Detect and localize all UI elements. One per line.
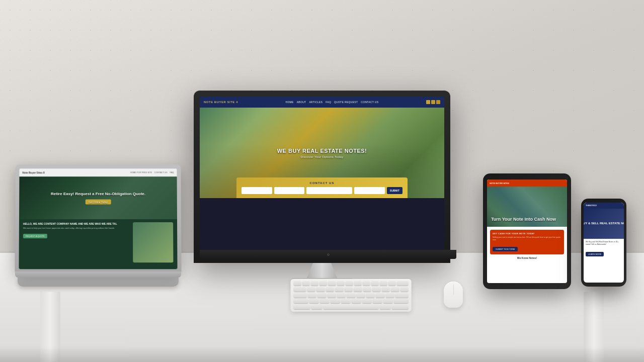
laptop-content-title: HELLO, WE ARE CONTENT COMPANY NAME AND W…	[23, 222, 129, 225]
key	[363, 287, 371, 292]
key	[385, 293, 394, 298]
key	[362, 299, 372, 303]
phone-brand: THENOTECO	[586, 205, 597, 207]
key	[388, 281, 396, 286]
monitor-social-li[interactable]	[436, 100, 440, 104]
key	[373, 299, 382, 303]
key	[366, 293, 375, 298]
key-enter	[395, 293, 409, 298]
key	[337, 281, 344, 286]
tablet-frame: NOTE BUYER SITES Turn Your Note Into Cas…	[483, 173, 571, 289]
phone-nav: THENOTECO	[584, 203, 624, 209]
monitor-input-lastname[interactable]	[274, 187, 305, 194]
monitor-hero: WE BUY REAL ESTATE NOTES! Discover Your …	[200, 108, 444, 198]
key	[319, 281, 327, 286]
key-backspace	[397, 281, 409, 286]
phone-container: THENOTECO WE BUY & SELL REAL ESTATE NOTE…	[581, 199, 626, 287]
tablet-screen: NOTE BUYER SITES Turn Your Note Into Cas…	[487, 179, 567, 283]
monitor-nav-quote[interactable]: QUOTE REQUEST	[334, 101, 358, 104]
laptop-base	[15, 272, 181, 278]
keyboard-row-1	[294, 281, 409, 286]
key	[294, 281, 301, 286]
key	[337, 293, 346, 298]
laptop-nav-links: HOME FOR FREE SITE CONTACT US FAQ	[130, 171, 174, 173]
key-shift-r	[394, 299, 409, 303]
key	[381, 287, 389, 292]
tablet-hero: Turn Your Note Into Cash Now	[487, 187, 567, 227]
key	[335, 287, 343, 292]
monitor-input-phone[interactable]	[354, 187, 385, 194]
phone-screen: THENOTECO WE BUY & SELL REAL ESTATE NOTE…	[584, 203, 624, 283]
laptop-content-btn[interactable]: REQUEST A QUOTE	[23, 234, 47, 238]
key	[344, 287, 352, 292]
monitor-form-fields: SUBMIT	[242, 187, 403, 194]
keyboard-row-5	[294, 305, 409, 310]
tablet-form-box: GET CASH FOR YOUR NOTE TODAY Selling you…	[490, 230, 564, 254]
phone-content-text: We Buy and Sell Real Estate Notes in 35+…	[586, 241, 622, 246]
key	[302, 281, 310, 286]
key-tab	[294, 287, 306, 292]
key	[347, 293, 355, 298]
tablet-form-title: GET CASH FOR YOUR NOTE TODAY	[493, 232, 561, 235]
key	[317, 293, 326, 298]
key	[380, 281, 387, 286]
key	[400, 287, 408, 292]
phone-content: We Buy and Sell Real Estate Notes in 35+…	[584, 239, 624, 259]
laptop-content-image	[133, 222, 173, 262]
monitor-input-firstname[interactable]	[242, 187, 272, 194]
key	[376, 293, 384, 298]
key	[327, 293, 336, 298]
laptop-content-body: We want to help you turn future payments…	[23, 227, 129, 230]
laptop-hero-title: Retire Easy! Request a Free No-Obligatio…	[51, 191, 145, 196]
tablet-form-btn[interactable]: SUBMIT THIS FORM	[493, 247, 518, 251]
monitor-nav-home[interactable]: HOME	[285, 101, 293, 104]
key	[341, 299, 351, 303]
tablet-hero-text: Turn Your Note Into Cash Now	[491, 217, 556, 223]
monitor-hero-subtitle: Discover Your Options Today	[277, 155, 367, 158]
monitor-nav-about[interactable]: ABOUT	[297, 101, 306, 104]
monitor-hero-title: WE BUY REAL ESTATE NOTES!	[277, 148, 367, 154]
monitor-social-tw[interactable]	[431, 100, 435, 104]
key	[328, 281, 336, 286]
monitor-nav-articles[interactable]: ARTICLES	[309, 101, 323, 104]
tablet-brand: NOTE BUYER SITES	[490, 182, 509, 185]
key	[326, 287, 334, 292]
monitor-form-title: CONTACT US	[242, 182, 403, 185]
laptop-nav-link-3[interactable]: FAQ	[170, 171, 174, 173]
key	[309, 299, 318, 303]
laptop-nav-link-2[interactable]: CONTACT US	[154, 171, 168, 173]
phone-hero-title: WE BUY & SELL REAL ESTATE NOTES.	[584, 222, 624, 226]
laptop-content: HELLO, WE ARE CONTENT COMPANY NAME AND W…	[19, 219, 177, 269]
laptop-nav: Note Buyer Sites 8 HOME FOR FREE SITE CO…	[19, 168, 177, 176]
monitor-stand-neck	[307, 263, 337, 278]
monitor-nav-contact[interactable]: CONTACT US	[361, 101, 378, 104]
key-alt	[311, 305, 323, 309]
monitor-submit-button[interactable]: SUBMIT	[387, 187, 403, 194]
key-ctrl	[294, 305, 310, 309]
monitor-contact-form: CONTACT US SUBMIT	[236, 177, 408, 198]
monitor-social-fb[interactable]	[426, 100, 430, 104]
phone-hero-text: WE BUY & SELL REAL ESTATE NOTES.	[584, 222, 624, 226]
laptop-hero-btn[interactable]: Get Online Today	[86, 199, 111, 204]
key	[307, 287, 315, 292]
monitor-nav-faq[interactable]: FAQ	[326, 101, 331, 104]
key	[345, 281, 353, 286]
mouse-line	[453, 285, 454, 295]
keyboard	[291, 279, 412, 312]
key	[372, 287, 380, 292]
laptop-nav-link-1[interactable]: HOME FOR FREE SITE	[130, 171, 152, 173]
monitor-frame: NOTE BUYER SITE 4 HOME ABOUT ARTICLES FA…	[194, 90, 450, 263]
tablet-container: NOTE BUYER SITES Turn Your Note Into Cas…	[483, 173, 571, 289]
phone-frame: THENOTECO WE BUY & SELL REAL ESTATE NOTE…	[581, 199, 626, 287]
laptop-screen-frame: Note Buyer Sites 8 HOME FOR FREE SITE CO…	[15, 164, 181, 272]
tablet-bottom-text: We Know Notes!	[490, 256, 564, 259]
monitor-nav: NOTE BUYER SITE 4 HOME ABOUT ARTICLES FA…	[200, 97, 444, 108]
monitor-brand: NOTE BUYER SITE 4	[204, 101, 238, 104]
phone-hero: WE BUY & SELL REAL ESTATE NOTES.	[584, 209, 624, 239]
key-shift-l	[294, 299, 308, 303]
phone-cta-btn[interactable]: LEARN MORE	[586, 252, 604, 256]
tablet-form-body: Selling your note is simple and stress-f…	[493, 236, 561, 241]
monitor-bottom-bezel	[200, 250, 456, 259]
desk-shadow	[0, 347, 644, 362]
monitor-input-email[interactable]	[306, 187, 352, 194]
